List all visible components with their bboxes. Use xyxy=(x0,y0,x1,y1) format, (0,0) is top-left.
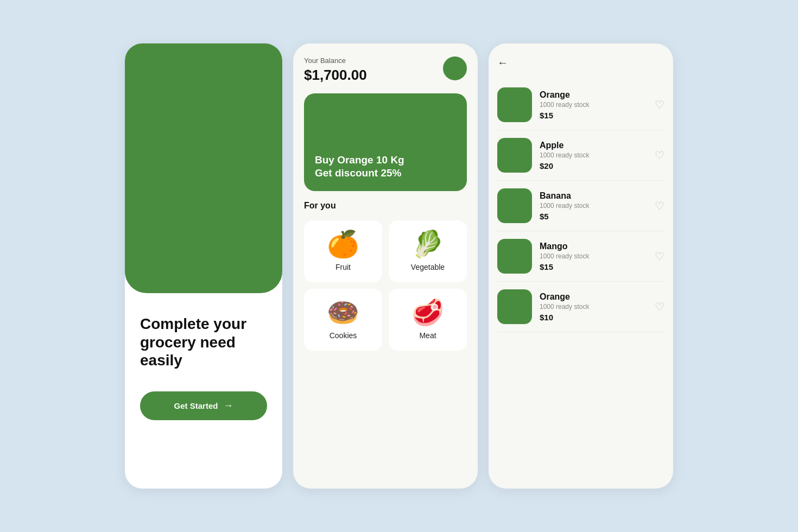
vegetable-icon: 🥬 xyxy=(411,231,444,257)
category-cookies[interactable]: 🍩 Cookies xyxy=(304,289,382,351)
category-fruit[interactable]: 🍊 Fruit xyxy=(304,220,382,282)
wishlist-button-mango[interactable]: ♡ xyxy=(655,250,664,263)
arrow-icon: → xyxy=(223,400,233,411)
vegetable-label: Vegetable xyxy=(411,263,445,271)
for-you-label: For you xyxy=(304,201,467,211)
home-screen: Your Balance $1,700.00 Buy Orange 10 KgG… xyxy=(293,43,478,489)
get-started-button[interactable]: Get Started → xyxy=(140,391,267,420)
tagline: Complete your grocery need easily xyxy=(140,315,267,370)
product-item-banana: Banana 1000 ready stock $5 ♡ xyxy=(497,181,664,231)
hero-image xyxy=(125,43,282,293)
product-image-apple xyxy=(497,138,532,173)
product-price-orange: $15 xyxy=(540,111,647,120)
product-info-apple: Apple 1000 ready stock $20 xyxy=(540,141,647,170)
product-name-orange: Orange xyxy=(540,90,647,100)
balance-amount: $1,700.00 xyxy=(304,67,367,84)
product-name-orange2: Orange xyxy=(540,292,647,302)
product-price-mango: $15 xyxy=(540,262,647,271)
category-vegetable[interactable]: 🥬 Vegetable xyxy=(389,220,467,282)
product-price-orange2: $10 xyxy=(540,313,647,322)
product-item-orange: Orange 1000 ready stock $15 ♡ xyxy=(497,80,664,130)
balance-section: Your Balance $1,700.00 xyxy=(304,56,367,84)
product-item-apple: Apple 1000 ready stock $20 ♡ xyxy=(497,130,664,181)
meat-label: Meat xyxy=(419,331,436,340)
balance-label: Your Balance xyxy=(304,56,367,65)
cookies-icon: 🍩 xyxy=(327,300,359,326)
wishlist-button-orange2[interactable]: ♡ xyxy=(655,300,664,313)
cookies-label: Cookies xyxy=(330,331,357,340)
balance-header: Your Balance $1,700.00 xyxy=(304,56,467,84)
category-grid: 🍊 Fruit 🥬 Vegetable 🍩 Cookies 🥩 Meat xyxy=(304,220,467,351)
product-image-mango xyxy=(497,239,532,274)
product-name-apple: Apple xyxy=(540,141,647,150)
product-item-mango: Mango 1000 ready stock $15 ♡ xyxy=(497,231,664,282)
promo-banner[interactable]: Buy Orange 10 KgGet discount 25% xyxy=(304,93,467,191)
meat-icon: 🥩 xyxy=(411,300,444,326)
product-stock-banana: 1000 ready stock xyxy=(540,202,647,210)
promo-text: Buy Orange 10 KgGet discount 25% xyxy=(315,154,404,180)
product-image-orange2 xyxy=(497,289,532,324)
product-image-orange xyxy=(497,87,532,122)
product-stock-mango: 1000 ready stock xyxy=(540,252,647,260)
back-button[interactable]: ← xyxy=(497,54,664,71)
avatar[interactable] xyxy=(443,56,467,80)
onboarding-screen: Complete your grocery need easily Get St… xyxy=(125,43,282,489)
wishlist-button-banana[interactable]: ♡ xyxy=(655,199,664,212)
product-list-content: ← Orange 1000 ready stock $15 ♡ Apple 10… xyxy=(489,43,673,343)
product-name-mango: Mango xyxy=(540,242,647,251)
product-stock-apple: 1000 ready stock xyxy=(540,151,647,159)
product-list-screen: ← Orange 1000 ready stock $15 ♡ Apple 10… xyxy=(489,43,673,489)
product-image-banana xyxy=(497,188,532,223)
home-content: Your Balance $1,700.00 Buy Orange 10 KgG… xyxy=(293,43,478,364)
fruit-label: Fruit xyxy=(335,263,351,271)
product-price-banana: $5 xyxy=(540,212,647,221)
get-started-label: Get Started xyxy=(174,401,218,410)
product-name-banana: Banana xyxy=(540,191,647,201)
wishlist-button-apple[interactable]: ♡ xyxy=(655,149,664,162)
category-meat[interactable]: 🥩 Meat xyxy=(389,289,467,351)
product-stock-orange: 1000 ready stock xyxy=(540,101,647,109)
onboarding-content: Complete your grocery need easily Get St… xyxy=(125,293,282,489)
product-price-apple: $20 xyxy=(540,161,647,170)
product-stock-orange2: 1000 ready stock xyxy=(540,303,647,311)
product-info-mango: Mango 1000 ready stock $15 xyxy=(540,242,647,271)
product-info-orange: Orange 1000 ready stock $15 xyxy=(540,90,647,120)
screens-container: Complete your grocery need easily Get St… xyxy=(125,43,673,489)
product-info-orange2: Orange 1000 ready stock $10 xyxy=(540,292,647,322)
product-item-orange2: Orange 1000 ready stock $10 ♡ xyxy=(497,282,664,332)
wishlist-button-orange[interactable]: ♡ xyxy=(655,98,664,111)
fruit-icon: 🍊 xyxy=(327,231,359,257)
product-info-banana: Banana 1000 ready stock $5 xyxy=(540,191,647,221)
